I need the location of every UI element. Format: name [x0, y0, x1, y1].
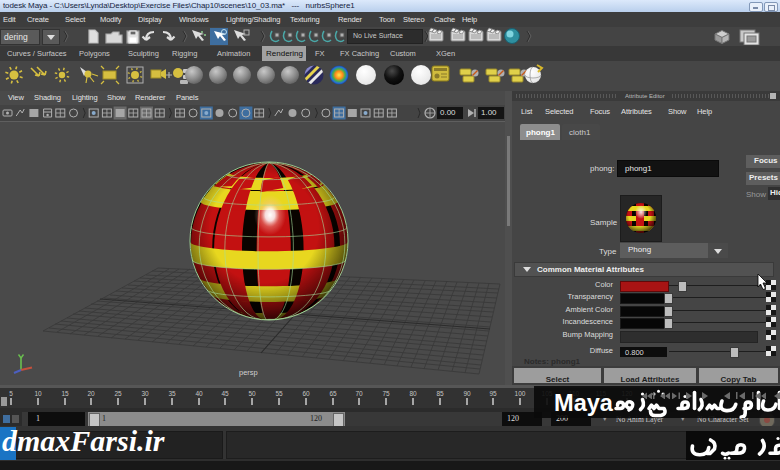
svg-text:35: 35 [168, 390, 176, 397]
svg-text:25: 25 [114, 390, 122, 397]
svg-text:50: 50 [248, 390, 256, 397]
svg-text:100: 100 [515, 390, 526, 397]
svg-text:10: 10 [34, 390, 42, 397]
svg-text:95: 95 [489, 390, 497, 397]
svg-text:40: 40 [195, 390, 203, 397]
svg-text:5: 5 [9, 390, 13, 397]
svg-text:15: 15 [61, 390, 69, 397]
svg-text:Maya: Maya [554, 389, 614, 416]
svg-text:45: 45 [221, 390, 229, 397]
svg-text:20: 20 [87, 390, 95, 397]
svg-text:80: 80 [409, 390, 417, 397]
svg-text:70: 70 [355, 390, 363, 397]
svg-text:90: 90 [463, 390, 471, 397]
svg-text:60: 60 [302, 390, 310, 397]
svg-text:65: 65 [329, 390, 337, 397]
svg-text:55: 55 [275, 390, 283, 397]
svg-text:75: 75 [382, 390, 390, 397]
svg-text:30: 30 [141, 390, 149, 397]
svg-text:85: 85 [436, 390, 444, 397]
